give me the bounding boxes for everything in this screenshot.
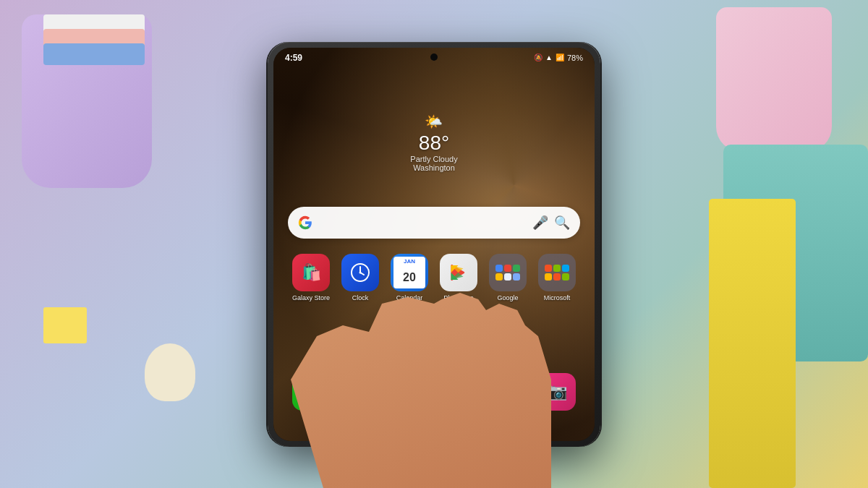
- app-microsoft-folder[interactable]: Microsoft: [534, 254, 580, 301]
- ms-item-5: [553, 273, 561, 281]
- app-clock[interactable]: Clock: [337, 254, 383, 301]
- ms-item-3: [562, 265, 569, 272]
- front-camera: [430, 53, 438, 61]
- weather-location: Washington: [410, 163, 457, 172]
- search-bar[interactable]: 🎤 🔍: [288, 207, 580, 239]
- app-google-folder[interactable]: Google: [485, 254, 531, 301]
- weather-description: Partly Cloudy: [410, 155, 457, 163]
- ms-item-6: [562, 273, 569, 281]
- yellow-box: [709, 199, 796, 488]
- folder-item-1: [495, 265, 503, 272]
- blue-book: [43, 43, 145, 65]
- clock-face-svg: [349, 261, 372, 284]
- folder-item-4: [495, 273, 503, 281]
- ms-item-1: [545, 265, 552, 272]
- play-store-icon: [440, 254, 477, 291]
- battery-percent: 78%: [567, 53, 583, 62]
- voice-search-icon[interactable]: 🎤: [532, 215, 548, 231]
- weather-temperature: 88°: [410, 132, 457, 155]
- calendar-icon: JAN 20: [391, 254, 428, 291]
- silent-icon: 🔕: [534, 53, 542, 61]
- app-galaxy-store[interactable]: 🛍️ Galaxy Store: [288, 254, 334, 301]
- wifi-icon: ▲: [545, 53, 553, 61]
- microsoft-folder-contents: [540, 260, 574, 285]
- folder-item-2: [504, 265, 511, 272]
- weather-icon: 🌤️: [410, 113, 457, 130]
- battery-status: 78%: [567, 53, 583, 62]
- sticky-note: [43, 307, 87, 343]
- signal-icon: 📶: [556, 53, 564, 61]
- folder-item-6: [513, 273, 520, 281]
- app-grid: 🛍️ Galaxy Store Clock: [288, 254, 580, 301]
- clock-icon: [341, 254, 379, 291]
- ms-item-4: [545, 273, 552, 281]
- calendar-date: 20: [403, 271, 416, 284]
- pink-bag: [716, 7, 832, 152]
- galaxy-store-icon: 🛍️: [292, 254, 330, 291]
- microsoft-folder-icon: [538, 254, 576, 291]
- status-time: 4:59: [285, 53, 302, 63]
- play-store-svg: [448, 262, 469, 283]
- folder-item-5: [504, 273, 511, 281]
- folder-item-3: [513, 265, 520, 272]
- microsoft-folder-label: Microsoft: [544, 294, 571, 301]
- calendar-month: JAN: [404, 258, 415, 265]
- weather-widget: 🌤️ 88° Partly Cloudy Washington: [410, 113, 457, 172]
- clock-label: Clock: [352, 294, 369, 301]
- svg-point-3: [359, 271, 362, 273]
- cat-figure: [145, 343, 195, 401]
- google-folder-icon: [489, 254, 527, 291]
- google-g-logo: [298, 215, 312, 230]
- app-calendar[interactable]: JAN 20 Calendar: [386, 254, 433, 301]
- folder-contents: [491, 260, 524, 285]
- ms-item-2: [553, 265, 561, 272]
- status-icons: 🔕 ▲ 📶 78%: [534, 53, 583, 62]
- google-folder-label: Google: [497, 294, 518, 301]
- lens-search-icon[interactable]: 🔍: [554, 215, 570, 231]
- galaxy-store-label: Galaxy Store: [292, 294, 330, 301]
